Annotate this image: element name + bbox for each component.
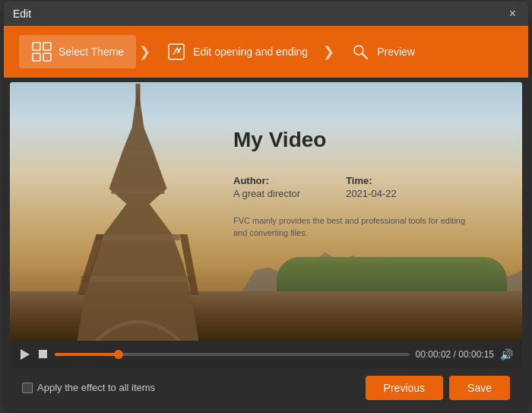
play-icon xyxy=(21,349,30,360)
time-separator: / xyxy=(451,349,458,360)
progress-fill xyxy=(55,353,119,356)
svg-rect-12 xyxy=(81,276,195,282)
current-time: 00:00:02 xyxy=(416,349,451,360)
volume-icon[interactable]: 🔊 xyxy=(500,348,513,361)
svg-rect-10 xyxy=(112,189,165,194)
time-display: 00:00:02 / 00:00:15 xyxy=(416,349,494,360)
progress-thumb xyxy=(114,350,123,359)
total-time: 00:00:15 xyxy=(458,349,494,360)
title-bar: Edit × xyxy=(4,2,528,26)
preview-label: Preview xyxy=(377,46,415,58)
svg-rect-1 xyxy=(43,43,51,50)
video-text-overlay: My Video Author: A great director Time: … xyxy=(233,128,477,240)
toolbar: Select Theme ❯ Edit opening and ending ❯ xyxy=(4,26,528,78)
edit-label: Edit opening and ending xyxy=(193,46,308,58)
svg-point-5 xyxy=(354,46,363,55)
eiffel-tower xyxy=(10,82,266,341)
checkbox-box xyxy=(22,383,33,393)
author-label: Author: xyxy=(233,175,300,186)
author-block: Author: A great director xyxy=(233,175,300,199)
time-value: 2021-04-22 xyxy=(346,188,397,199)
time-block: Time: 2021-04-22 xyxy=(346,175,397,199)
window-title: Edit xyxy=(13,8,31,20)
svg-rect-4 xyxy=(169,44,184,59)
action-buttons: Previous Save xyxy=(366,376,510,400)
author-value: A great director xyxy=(233,188,300,199)
theme-icon xyxy=(31,41,52,62)
main-window: Edit × Select Theme ❯ xyxy=(4,2,528,412)
svg-rect-9 xyxy=(123,151,154,155)
checkbox-label: Apply the effect to all items xyxy=(37,382,155,393)
svg-rect-3 xyxy=(43,53,51,61)
svg-rect-2 xyxy=(33,53,40,61)
svg-line-6 xyxy=(363,54,367,59)
close-button[interactable]: × xyxy=(506,6,519,21)
video-title: My Video xyxy=(233,128,477,152)
play-button[interactable] xyxy=(19,348,31,361)
progress-row: 00:00:02 / 00:00:15 🔊 xyxy=(19,345,513,364)
stop-button[interactable] xyxy=(37,348,49,360)
svg-marker-7 xyxy=(78,86,199,341)
video-meta: Author: A great director Time: 2021-04-2… xyxy=(233,175,477,199)
preview-icon xyxy=(350,41,371,62)
preview-tab[interactable]: Preview xyxy=(337,35,427,68)
svg-rect-0 xyxy=(33,43,40,50)
video-description: FVC mainly provides the best and profess… xyxy=(233,214,477,240)
video-preview: My Video Author: A great director Time: … xyxy=(10,82,522,341)
edit-opening-tab[interactable]: Edit opening and ending xyxy=(154,35,320,68)
select-theme-tab[interactable]: Select Theme xyxy=(19,35,136,68)
select-theme-label: Select Theme xyxy=(59,46,124,58)
arrow-icon-2: ❯ xyxy=(320,43,337,60)
time-label: Time: xyxy=(346,175,397,186)
trees xyxy=(277,257,507,295)
bottom-bar: Apply the effect to all items Previous S… xyxy=(10,368,522,408)
stop-icon xyxy=(39,350,47,358)
previous-button[interactable]: Previous xyxy=(366,376,443,400)
edit-icon xyxy=(166,41,187,62)
progress-track[interactable] xyxy=(55,353,410,356)
svg-rect-11 xyxy=(97,234,180,240)
svg-rect-8 xyxy=(136,84,141,106)
controls-bar: 00:00:02 / 00:00:15 🔊 xyxy=(10,341,522,368)
arrow-icon-1: ❯ xyxy=(136,43,154,60)
save-button[interactable]: Save xyxy=(449,376,510,400)
apply-all-checkbox[interactable]: Apply the effect to all items xyxy=(22,382,155,393)
